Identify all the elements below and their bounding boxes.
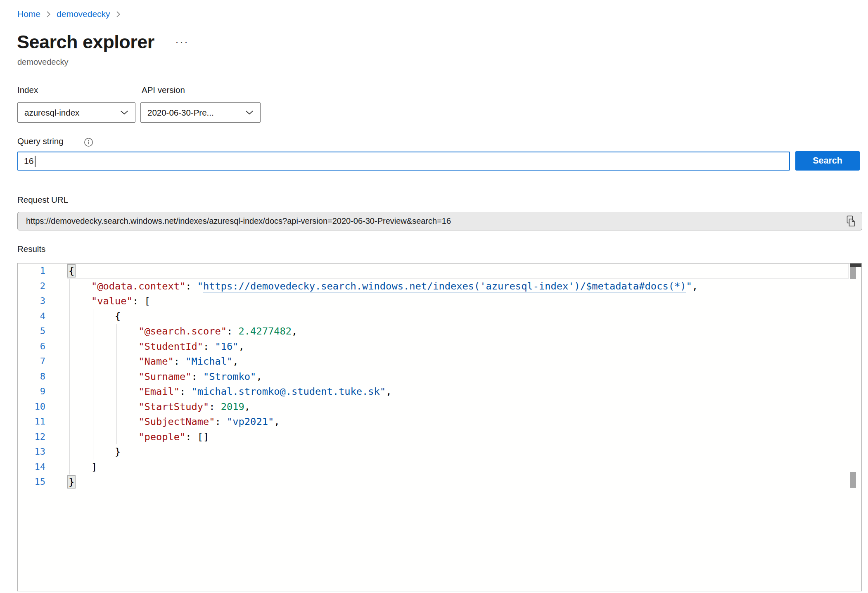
line-number: 12 xyxy=(18,429,45,445)
code-line-content: "Name": "Michal", xyxy=(68,354,239,369)
code-token xyxy=(68,325,138,337)
results-code: 1{2 "@odata.context": "https://demovedec… xyxy=(18,263,861,490)
code-line: 12 "people": [] xyxy=(18,429,861,445)
search-button[interactable]: Search xyxy=(795,151,860,171)
code-line: 4 { xyxy=(18,309,861,324)
line-number: 11 xyxy=(18,414,45,429)
code-line: 11 "SubjectName": "vp2021", xyxy=(18,414,861,429)
code-token: { xyxy=(68,265,75,277)
line-number: 4 xyxy=(18,309,45,324)
code-line-content: "Email": "michal.stromko@.student.tuke.s… xyxy=(68,384,391,399)
results-label: Results xyxy=(17,244,45,254)
line-number: 8 xyxy=(18,369,45,384)
code-token: ] xyxy=(68,461,97,473)
line-number: 1 xyxy=(18,263,45,279)
code-token xyxy=(68,431,138,443)
request-url-label: Request URL xyxy=(17,195,68,205)
code-line-content: "@odata.context": "https://demovedecky.s… xyxy=(68,279,698,294)
index-dropdown[interactable]: azuresql-index xyxy=(17,102,135,123)
odata-context-link[interactable]: https://demovedecky.search.windows.net/i… xyxy=(203,280,686,292)
page-title: Search explorer xyxy=(17,31,154,53)
code-line-content: "StartStudy": 2019, xyxy=(68,399,250,415)
current-line-highlight xyxy=(67,263,849,279)
line-number: 15 xyxy=(18,474,45,490)
code-line-content: ] xyxy=(68,460,97,475)
breadcrumb-item-home[interactable]: Home xyxy=(17,9,40,19)
code-line-content: } xyxy=(68,474,75,490)
index-label: Index xyxy=(17,85,38,95)
code-token: { xyxy=(68,311,121,322)
code-line: 5 "@search.score": 2.4277482, xyxy=(18,324,861,339)
code-line-content: "StudentId": "16", xyxy=(68,339,244,354)
line-number: 2 xyxy=(18,279,45,294)
code-line: 14 ] xyxy=(18,460,861,475)
code-token: "Stromko" xyxy=(203,371,256,382)
code-line: 2 "@odata.context": "https://demovedecky… xyxy=(18,279,861,294)
query-string-label: Query string xyxy=(17,136,64,146)
code-token: : xyxy=(192,371,204,382)
line-number: 9 xyxy=(18,384,45,399)
code-line-content: "@search.score": 2.4277482, xyxy=(68,324,297,339)
code-token: , xyxy=(274,416,280,427)
code-line: 13 } xyxy=(18,444,861,460)
copy-icon[interactable] xyxy=(846,215,856,227)
code-token: "Surname" xyxy=(138,371,191,382)
overview-ruler-cursor-mark xyxy=(850,263,861,267)
code-line: 15} xyxy=(18,474,861,490)
code-token: "StartStudy" xyxy=(138,401,209,413)
code-token: : [] xyxy=(185,431,209,443)
code-token: "@odata.context" xyxy=(91,280,185,292)
code-line-content: "Surname": "Stromko", xyxy=(68,369,262,384)
code-token: 2019 xyxy=(221,401,244,413)
code-token: "value" xyxy=(91,295,133,307)
line-number: 5 xyxy=(18,324,45,339)
code-token: "16" xyxy=(215,341,239,352)
line-number: 13 xyxy=(18,444,45,460)
code-token: , xyxy=(692,280,698,292)
index-dropdown-value: azuresql-index xyxy=(24,108,79,118)
code-token xyxy=(68,356,138,367)
code-token: } xyxy=(68,476,75,488)
api-version-dropdown-value: 2020-06-30-Pre... xyxy=(147,108,214,118)
line-number: 10 xyxy=(18,399,45,415)
code-token: "people" xyxy=(138,431,185,443)
scrollbar-track[interactable] xyxy=(850,263,850,591)
line-number: 14 xyxy=(18,460,45,475)
code-token: 2.4277482 xyxy=(239,325,292,337)
code-line-content: "value": [ xyxy=(68,294,150,309)
search-explorer-page: Home demovedecky Search explorer ··· dem… xyxy=(0,0,868,593)
code-line-content: { xyxy=(68,263,75,279)
code-line-content: "people": [] xyxy=(68,429,209,445)
code-token: "Michal" xyxy=(185,356,232,367)
breadcrumb-chevron-icon xyxy=(116,11,121,18)
code-token: : xyxy=(203,341,215,352)
breadcrumb: Home demovedecky xyxy=(17,9,121,19)
scrollbar-thumb[interactable] xyxy=(850,267,856,279)
breadcrumb-item-demovedecky[interactable]: demovedecky xyxy=(57,9,110,19)
code-line-content: "SubjectName": "vp2021", xyxy=(68,414,280,429)
code-token: "StudentId" xyxy=(138,341,203,352)
results-editor[interactable]: 1{2 "@odata.context": "https://demovedec… xyxy=(17,263,862,591)
text-caret xyxy=(35,156,36,167)
code-token: , xyxy=(244,401,250,413)
code-token: , xyxy=(239,341,244,352)
info-icon[interactable] xyxy=(84,138,93,149)
code-token: "@search.score" xyxy=(138,325,227,337)
code-token xyxy=(68,280,91,292)
query-string-input[interactable] xyxy=(17,152,790,171)
overview-ruler-bracket-mark xyxy=(850,472,856,488)
api-version-dropdown[interactable]: 2020-06-30-Pre... xyxy=(140,102,261,123)
code-token: , xyxy=(256,371,262,382)
code-token: : xyxy=(209,401,221,413)
chevron-down-icon xyxy=(245,110,254,115)
line-number: 3 xyxy=(18,294,45,309)
code-token: , xyxy=(292,325,297,337)
code-line: 7 "Name": "Michal", xyxy=(18,354,861,369)
code-token xyxy=(68,401,138,413)
request-url-value: https://demovedecky.search.windows.net/i… xyxy=(26,216,846,226)
code-line-content: } xyxy=(68,444,121,460)
code-token: " xyxy=(686,280,692,292)
more-options-button[interactable]: ··· xyxy=(175,36,189,48)
code-token xyxy=(68,371,138,382)
code-token: } xyxy=(68,446,121,458)
